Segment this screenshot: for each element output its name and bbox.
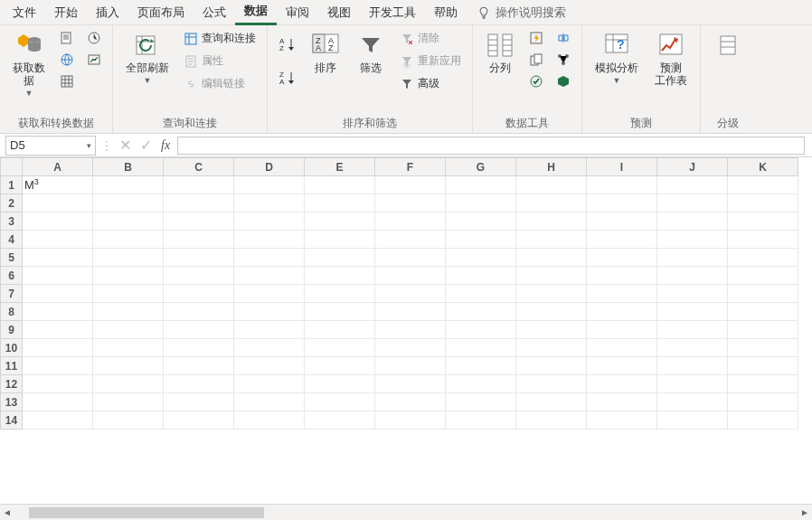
col-header[interactable]: C (164, 158, 234, 176)
cell[interactable] (305, 249, 375, 267)
cell[interactable] (93, 411, 164, 430)
cell[interactable] (23, 339, 93, 357)
row-header[interactable]: 10 (1, 339, 23, 357)
col-header[interactable]: D (234, 158, 305, 176)
cell[interactable] (587, 357, 657, 375)
row-header[interactable]: 2 (1, 194, 23, 213)
cell[interactable] (305, 357, 375, 375)
edit-links-button[interactable]: 编辑链接 (180, 74, 260, 93)
cell[interactable] (657, 213, 728, 231)
cell[interactable] (164, 303, 234, 321)
cell[interactable] (587, 176, 657, 194)
cell[interactable] (728, 231, 798, 249)
refresh-all-button[interactable]: 全部刷新 ▼ (120, 29, 175, 87)
cell[interactable] (446, 357, 516, 375)
cell[interactable] (516, 231, 587, 249)
cell[interactable] (375, 357, 446, 375)
enter-icon[interactable]: ✓ (140, 137, 152, 154)
cell[interactable] (516, 249, 587, 267)
cell[interactable] (375, 321, 446, 339)
tab-data[interactable]: 数据 (235, 0, 277, 25)
cell[interactable] (657, 375, 728, 393)
cell[interactable] (93, 393, 164, 411)
sort-asc-button[interactable]: AZ (275, 34, 300, 54)
cell[interactable] (657, 339, 728, 357)
data-validation-button[interactable] (525, 72, 547, 90)
cell[interactable] (23, 303, 93, 321)
cell[interactable] (23, 249, 93, 267)
cell[interactable] (728, 411, 798, 430)
forecast-sheet-button[interactable]: 预测 工作表 (649, 29, 693, 89)
cell[interactable] (234, 357, 305, 375)
cell[interactable] (446, 285, 516, 303)
cell[interactable] (305, 176, 375, 194)
col-header[interactable]: H (516, 158, 587, 176)
cell[interactable] (164, 267, 234, 285)
cell[interactable] (164, 213, 234, 231)
row-header[interactable]: 12 (1, 375, 23, 393)
cell[interactable] (305, 339, 375, 357)
cell[interactable] (446, 176, 516, 194)
cell[interactable] (23, 357, 93, 375)
sort-button[interactable]: ZAAZ 排序 (306, 29, 345, 76)
clear-button[interactable]: 清除 (396, 29, 465, 48)
cell[interactable] (234, 339, 305, 357)
cell[interactable] (164, 194, 234, 213)
cell[interactable] (234, 393, 305, 411)
relationships-button[interactable] (552, 51, 574, 69)
cell[interactable] (305, 303, 375, 321)
horizontal-scrollbar[interactable]: ◄ ► (0, 504, 812, 520)
cell[interactable] (93, 213, 164, 231)
cell[interactable] (305, 393, 375, 411)
cell[interactable] (516, 194, 587, 213)
cell[interactable] (446, 194, 516, 213)
cell[interactable] (446, 321, 516, 339)
cell[interactable] (728, 303, 798, 321)
cell[interactable] (587, 231, 657, 249)
name-box[interactable]: D5 ▾ (5, 136, 96, 156)
row-header[interactable]: 11 (1, 357, 23, 375)
queries-button[interactable]: 查询和连接 (180, 29, 260, 48)
col-header[interactable]: E (305, 158, 375, 176)
cell-A1[interactable]: M3 (23, 176, 93, 194)
recent-sources-button[interactable] (83, 29, 105, 47)
cell[interactable] (234, 375, 305, 393)
cell[interactable] (516, 375, 587, 393)
formula-input[interactable] (177, 137, 805, 155)
row-header[interactable]: 4 (1, 231, 23, 249)
cell[interactable] (23, 393, 93, 411)
cell[interactable] (305, 213, 375, 231)
whatif-button[interactable]: ? 模拟分析 ▼ (590, 29, 644, 87)
cell[interactable] (305, 231, 375, 249)
cell[interactable] (657, 357, 728, 375)
cell[interactable] (516, 303, 587, 321)
cell[interactable] (587, 303, 657, 321)
tab-dev[interactable]: 开发工具 (360, 1, 425, 24)
tab-help[interactable]: 帮助 (425, 1, 467, 24)
cell[interactable] (516, 213, 587, 231)
cell[interactable] (728, 249, 798, 267)
cell[interactable] (23, 267, 93, 285)
cell[interactable] (375, 231, 446, 249)
col-header[interactable]: K (728, 158, 798, 176)
cell[interactable] (164, 321, 234, 339)
from-web-button[interactable] (56, 51, 78, 69)
tab-insert[interactable]: 插入 (87, 1, 128, 24)
cell[interactable] (587, 339, 657, 357)
tell-me-search[interactable]: 操作说明搜索 (477, 5, 566, 21)
cell[interactable] (516, 321, 587, 339)
cell[interactable] (446, 267, 516, 285)
cell[interactable] (234, 285, 305, 303)
cell[interactable] (587, 194, 657, 213)
col-header[interactable]: A (23, 158, 93, 176)
row-header[interactable]: 3 (1, 213, 23, 231)
cell[interactable] (657, 176, 728, 194)
cell[interactable] (23, 285, 93, 303)
col-header[interactable]: B (93, 158, 164, 176)
cell[interactable] (164, 411, 234, 430)
sort-desc-button[interactable]: ZA (275, 68, 300, 88)
scroll-track[interactable] (29, 506, 783, 519)
cell[interactable] (657, 231, 728, 249)
cell[interactable] (23, 194, 93, 213)
row-header[interactable]: 6 (1, 267, 23, 285)
